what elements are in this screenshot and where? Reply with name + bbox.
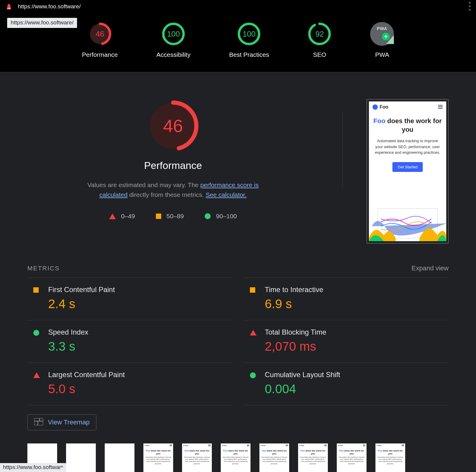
expand-view-toggle[interactable]: Expand view <box>411 264 449 272</box>
triangle-fail-icon <box>33 372 40 378</box>
triangle-fail-icon <box>109 214 116 219</box>
url-tooltip: https://www.foo.software/ <box>7 18 77 28</box>
filmstrip-frame[interactable]: ● Foo Foo does the work for you Automate… <box>221 443 250 472</box>
filmstrip-frame[interactable]: ● Foo Foo does the work for you Automate… <box>337 443 367 472</box>
filmstrip-frame[interactable]: ● Foo Foo does the work for you Automate… <box>259 443 289 472</box>
circle-pass-icon <box>250 372 256 378</box>
metric-largest-contentful-paint[interactable]: Largest Contentful Paint 5.0 s <box>27 363 232 405</box>
svg-marker-0 <box>7 4 10 7</box>
metric-speed-index[interactable]: Speed Index 3.3 s <box>27 320 232 363</box>
metrics-heading: METRICS <box>27 265 60 272</box>
hamburger-icon <box>438 105 443 109</box>
preview-chart-icon <box>369 206 446 241</box>
gauge-performance[interactable]: 46 Performance <box>82 22 118 58</box>
filmstrip-frame[interactable]: ● Foo Foo does the work for you Automate… <box>182 443 212 472</box>
view-treemap-button[interactable]: View Treemap <box>27 414 96 430</box>
square-average-icon <box>33 287 39 293</box>
performance-gauge-icon: 46 <box>88 22 112 46</box>
see-calculator-link[interactable]: See calculator. <box>206 191 247 198</box>
square-average-icon <box>250 287 255 293</box>
metrics-grid: First Contentful Paint 2.4 s Time to Int… <box>27 277 449 405</box>
gauge-best-practices[interactable]: 100 Best Practices <box>229 22 269 58</box>
svg-rect-2 <box>7 7 11 8</box>
filmstrip: ● Foo Foo does the work for you Automate… <box>27 443 449 472</box>
filmstrip-frame[interactable]: ● Foo Foo does the work for you Automate… <box>298 443 328 472</box>
accessibility-gauge-icon: 100 <box>162 22 185 46</box>
report-content: 46 Performance Values are estimated and … <box>0 72 476 472</box>
gauge-pwa[interactable]: PWA + PWA <box>370 22 394 58</box>
metric-total-blocking-time[interactable]: Total Blocking Time 2,070 ms <box>244 320 449 363</box>
filmstrip-frame[interactable]: ● Foo Foo does the work for you Automate… <box>143 443 173 472</box>
audited-url[interactable]: https://www.foo.software/ <box>18 3 81 10</box>
square-average-icon <box>156 214 161 219</box>
browser-status-bar: https://www.foo.softwarⁿ <box>0 463 66 472</box>
svg-rect-12 <box>34 418 43 425</box>
triangle-fail-icon <box>250 330 256 335</box>
filmstrip-frame[interactable]: ● Foo Foo does the work for you Automate… <box>375 443 405 472</box>
filmstrip-frame[interactable] <box>105 443 134 472</box>
pwa-badge-icon: PWA + <box>370 22 394 46</box>
preview-cta-button: Get Started <box>392 162 423 172</box>
filmstrip-frame[interactable] <box>66 443 96 472</box>
gauge-accessibility[interactable]: 100 Accessibility <box>156 22 190 58</box>
page-screenshot-preview: Foo Foo does the work for you Automated … <box>367 99 449 244</box>
performance-big-gauge-icon: 46 <box>146 99 200 153</box>
best-practices-gauge-icon: 100 <box>237 22 261 46</box>
circle-pass-icon <box>33 330 39 336</box>
svg-rect-3 <box>7 9 11 10</box>
seo-gauge-icon: 92 <box>308 22 331 46</box>
metric-first-contentful-paint[interactable]: First Contentful Paint 2.4 s <box>27 277 232 320</box>
performance-description: Values are estimated and may vary. The p… <box>78 180 268 200</box>
treemap-icon <box>34 418 43 426</box>
performance-section-title: Performance <box>144 160 202 171</box>
score-legend: 0–49 50–89 90–100 <box>109 213 237 220</box>
overflow-menu-icon[interactable] <box>469 2 471 11</box>
gauge-seo[interactable]: 92 SEO <box>308 22 331 58</box>
circle-pass-icon <box>205 213 211 219</box>
lighthouse-logo-icon <box>5 3 12 10</box>
topbar: https://www.foo.software/ <box>0 0 476 13</box>
metric-cumulative-layout-shift[interactable]: Cumulative Layout Shift 0.004 <box>244 363 449 405</box>
metric-time-to-interactive[interactable]: Time to Interactive 6.9 s <box>244 277 449 320</box>
